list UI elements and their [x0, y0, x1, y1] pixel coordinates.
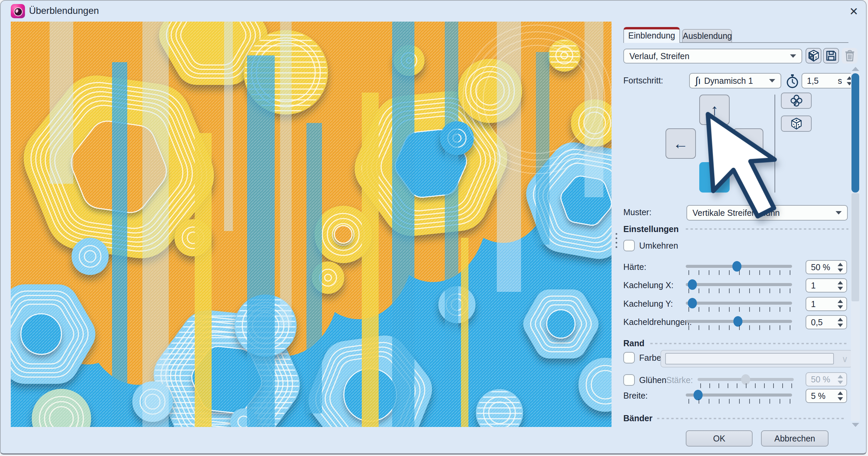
curve-icon: ∫ı: [695, 75, 701, 86]
preset-value: Verlauf, Streifen: [629, 51, 790, 61]
haerte-slider[interactable]: [686, 265, 792, 268]
farbe-checkbox[interactable]: [623, 352, 635, 363]
staerke-label: Stärke:: [666, 375, 693, 385]
progress-label: Fortschritt:: [623, 76, 663, 85]
slider-ticks: [688, 399, 790, 404]
progress-curve-select[interactable]: ∫ı Dynamisch 1: [689, 73, 781, 88]
kacheldrehungen-value: 0,5: [811, 318, 838, 327]
duration-unit: s: [838, 76, 842, 86]
spinner-arrows: [838, 375, 843, 384]
slider-ticks: [700, 383, 792, 388]
spinner-arrows[interactable]: [838, 318, 843, 327]
duration-value: 1,5: [807, 76, 838, 86]
clover-icon: [790, 95, 803, 107]
scroll-down-icon[interactable]: [852, 423, 859, 427]
kachelung-y-slider[interactable]: [686, 302, 792, 305]
umkehren-label: Umkehren: [639, 241, 678, 251]
kacheldrehungen-label: Kacheldrehungen:: [623, 317, 692, 327]
slider-ticks: [688, 325, 790, 330]
lucky-clover-button[interactable]: [781, 93, 812, 109]
haerte-label: Härte:: [623, 262, 646, 272]
chevron-down-icon: [836, 211, 842, 214]
slider-ticks: [688, 307, 790, 312]
farbe-color-select[interactable]: ∨: [660, 350, 853, 368]
trash-icon: [845, 50, 855, 61]
kachelung-y-value: 1: [811, 299, 838, 309]
kacheldrehungen-slider[interactable]: [686, 320, 792, 323]
ueberblendungen-dialog: Überblendungen ✕ Einblendung Ausblendung…: [0, 0, 867, 455]
duration-spinner[interactable]: 1,5 s: [802, 73, 856, 88]
section-rand: Rand: [623, 338, 645, 348]
section-baender: Bänder: [623, 413, 652, 423]
breite-value: 5 %: [811, 391, 838, 401]
haerte-spinner[interactable]: 50 %: [806, 260, 847, 274]
ok-button[interactable]: OK: [686, 430, 753, 447]
kacheldrehungen-spinner[interactable]: 0,5: [806, 315, 847, 329]
app-icon: [11, 4, 25, 18]
chevron-down-icon: [769, 79, 775, 82]
delete-preset-button[interactable]: [842, 48, 858, 64]
muster-label: Muster:: [623, 207, 651, 217]
breite-slider[interactable]: [686, 394, 792, 397]
scroll-up-icon[interactable]: [852, 67, 859, 71]
breite-label: Breite:: [623, 391, 648, 401]
save-icon: [826, 50, 837, 61]
farbe-label: Farbe: [639, 353, 661, 363]
save-preset-button[interactable]: [823, 48, 839, 64]
staerke-slider: [698, 378, 794, 381]
dice-icon: [808, 50, 819, 62]
curve-value: Dynamisch 1: [704, 76, 769, 86]
kachelung-y-spinner[interactable]: 1: [806, 297, 847, 311]
staerke-spinner: 50 %: [806, 372, 847, 386]
close-icon[interactable]: ✕: [847, 5, 861, 18]
tab-ausblendung[interactable]: Ausblendung: [682, 29, 732, 43]
gluehen-checkbox[interactable]: [623, 374, 635, 386]
slider-ticks: [688, 288, 790, 293]
slider-ticks: [688, 270, 790, 275]
kachelung-y-label: Kachelung Y:: [623, 299, 673, 309]
section-divider: [686, 228, 848, 230]
kachelung-x-slider[interactable]: [686, 283, 792, 286]
transition-preview: [11, 22, 612, 427]
spinner-arrows[interactable]: [838, 281, 843, 290]
umkehren-checkbox[interactable]: [623, 240, 635, 251]
section-einstellungen: Einstellungen: [623, 224, 679, 234]
chevron-down-icon: [790, 54, 796, 58]
chevron-down-icon: ∨: [842, 354, 848, 364]
preset-select[interactable]: Verlauf, Streifen: [623, 49, 802, 64]
staerke-value: 50 %: [811, 375, 838, 384]
section-divider: [657, 418, 846, 419]
section-divider: [650, 343, 848, 344]
scrollbar-thumb[interactable]: [851, 73, 859, 193]
kachelung-x-spinner[interactable]: 1: [806, 278, 847, 293]
kachelung-x-label: Kachelung X:: [623, 280, 674, 290]
spinner-arrows[interactable]: [838, 300, 843, 309]
mouse-cursor: [704, 108, 792, 226]
stopwatch-icon: [786, 74, 799, 88]
spinner-arrows[interactable]: [838, 263, 843, 272]
title-bar: Überblendungen ✕: [1, 1, 866, 21]
tab-einblendung[interactable]: Einblendung: [623, 27, 680, 43]
cancel-button[interactable]: Abbrechen: [761, 430, 829, 447]
gluehen-label: Glühen: [639, 375, 667, 385]
haerte-value: 50 %: [811, 262, 838, 272]
color-swatch: [665, 353, 834, 364]
window-title: Überblendungen: [29, 5, 99, 16]
splitter-handle[interactable]: [616, 233, 617, 248]
direction-left-button[interactable]: ←: [666, 128, 696, 159]
scrollbar-track-segment: [851, 193, 859, 301]
breite-spinner[interactable]: 5 %: [806, 389, 847, 403]
dice-icon: [791, 118, 802, 130]
spinner-arrows[interactable]: [838, 391, 843, 401]
kachelung-x-value: 1: [811, 281, 838, 290]
random-dice-button[interactable]: [806, 48, 821, 64]
